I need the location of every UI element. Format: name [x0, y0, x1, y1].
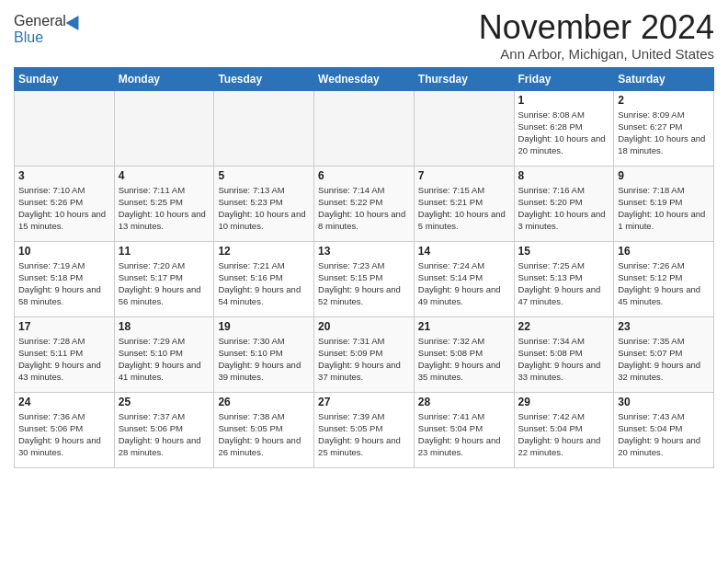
day-info: Sunrise: 7:10 AM Sunset: 5:26 PM Dayligh…	[18, 184, 110, 233]
title-section: November 2024 Ann Arbor, Michigan, Unite…	[479, 9, 714, 62]
calendar-day: 26Sunrise: 7:38 AM Sunset: 5:05 PM Dayli…	[214, 392, 314, 467]
calendar-week-2: 3Sunrise: 7:10 AM Sunset: 5:26 PM Daylig…	[15, 166, 714, 241]
calendar-day: 24Sunrise: 7:36 AM Sunset: 5:06 PM Dayli…	[15, 392, 115, 467]
day-info: Sunrise: 7:30 AM Sunset: 5:10 PM Dayligh…	[218, 335, 310, 384]
day-info: Sunrise: 7:16 AM Sunset: 5:20 PM Dayligh…	[518, 184, 610, 233]
day-info: Sunrise: 7:34 AM Sunset: 5:08 PM Dayligh…	[518, 335, 610, 384]
calendar-day: 5Sunrise: 7:13 AM Sunset: 5:23 PM Daylig…	[214, 166, 314, 241]
day-number: 26	[218, 396, 310, 408]
day-info: Sunrise: 7:20 AM Sunset: 5:17 PM Dayligh…	[119, 259, 210, 308]
logo: General Blue	[14, 13, 83, 46]
day-info: Sunrise: 8:09 AM Sunset: 6:27 PM Dayligh…	[618, 109, 710, 157]
calendar-day: 14Sunrise: 7:24 AM Sunset: 5:14 PM Dayli…	[414, 241, 514, 316]
calendar-day: 15Sunrise: 7:25 AM Sunset: 5:13 PM Dayli…	[514, 241, 614, 316]
logo-blue-text: Blue	[14, 29, 43, 46]
day-info: Sunrise: 7:42 AM Sunset: 5:04 PM Dayligh…	[518, 410, 610, 459]
day-number: 21	[418, 320, 510, 333]
calendar-day	[314, 90, 415, 166]
calendar-day: 21Sunrise: 7:32 AM Sunset: 5:08 PM Dayli…	[414, 316, 514, 392]
day-info: Sunrise: 7:31 AM Sunset: 5:09 PM Dayligh…	[318, 335, 410, 384]
day-number: 27	[318, 396, 410, 408]
calendar-day: 20Sunrise: 7:31 AM Sunset: 5:09 PM Dayli…	[314, 316, 415, 392]
weekday-header-sunday: Sunday	[15, 67, 115, 90]
weekday-header-monday: Monday	[114, 67, 214, 90]
calendar-day: 29Sunrise: 7:42 AM Sunset: 5:04 PM Dayli…	[514, 392, 614, 467]
weekday-header-thursday: Thursday	[414, 67, 514, 90]
day-info: Sunrise: 7:19 AM Sunset: 5:18 PM Dayligh…	[18, 259, 110, 308]
calendar-day	[214, 90, 314, 166]
day-number: 13	[318, 245, 410, 258]
day-number: 11	[119, 245, 210, 258]
day-number: 4	[119, 169, 210, 182]
calendar-day: 12Sunrise: 7:21 AM Sunset: 5:16 PM Dayli…	[214, 241, 314, 316]
weekday-header-friday: Friday	[514, 67, 614, 90]
day-info: Sunrise: 7:38 AM Sunset: 5:05 PM Dayligh…	[218, 410, 310, 459]
day-info: Sunrise: 7:37 AM Sunset: 5:06 PM Dayligh…	[119, 410, 210, 459]
day-info: Sunrise: 7:41 AM Sunset: 5:04 PM Dayligh…	[418, 410, 510, 459]
day-number: 25	[119, 396, 210, 408]
day-number: 18	[119, 320, 210, 333]
month-title: November 2024	[479, 9, 714, 46]
calendar-day	[114, 90, 214, 166]
day-number: 6	[318, 169, 410, 182]
day-number: 3	[18, 169, 110, 182]
calendar-day: 11Sunrise: 7:20 AM Sunset: 5:17 PM Dayli…	[114, 241, 214, 316]
day-info: Sunrise: 7:32 AM Sunset: 5:08 PM Dayligh…	[418, 335, 510, 384]
day-number: 7	[418, 169, 510, 182]
calendar-day: 1Sunrise: 8:08 AM Sunset: 6:28 PM Daylig…	[514, 90, 614, 166]
calendar-table: SundayMondayTuesdayWednesdayThursdayFrid…	[14, 67, 714, 468]
calendar-day: 23Sunrise: 7:35 AM Sunset: 5:07 PM Dayli…	[614, 316, 714, 392]
day-info: Sunrise: 7:39 AM Sunset: 5:05 PM Dayligh…	[318, 410, 410, 459]
day-info: Sunrise: 7:18 AM Sunset: 5:19 PM Dayligh…	[618, 184, 710, 233]
calendar-day: 7Sunrise: 7:15 AM Sunset: 5:21 PM Daylig…	[414, 166, 514, 241]
day-number: 15	[518, 245, 610, 258]
logo-triangle-icon	[65, 12, 85, 30]
day-info: Sunrise: 7:23 AM Sunset: 5:15 PM Dayligh…	[318, 259, 410, 308]
day-info: Sunrise: 7:25 AM Sunset: 5:13 PM Dayligh…	[518, 259, 610, 308]
day-info: Sunrise: 7:11 AM Sunset: 5:25 PM Dayligh…	[119, 184, 210, 233]
calendar-day: 9Sunrise: 7:18 AM Sunset: 5:19 PM Daylig…	[614, 166, 714, 241]
day-number: 20	[318, 320, 410, 333]
day-info: Sunrise: 7:24 AM Sunset: 5:14 PM Dayligh…	[418, 259, 510, 308]
day-number: 29	[518, 396, 610, 408]
calendar-week-5: 24Sunrise: 7:36 AM Sunset: 5:06 PM Dayli…	[15, 392, 714, 467]
weekday-header-saturday: Saturday	[614, 67, 714, 90]
calendar-day: 17Sunrise: 7:28 AM Sunset: 5:11 PM Dayli…	[15, 316, 115, 392]
logo-general-text: General	[14, 13, 66, 29]
day-number: 30	[618, 396, 710, 408]
page-header: General Blue November 2024 Ann Arbor, Mi…	[14, 9, 714, 62]
calendar-day: 22Sunrise: 7:34 AM Sunset: 5:08 PM Dayli…	[514, 316, 614, 392]
calendar-day	[414, 90, 514, 166]
day-number: 19	[218, 320, 310, 333]
calendar-day: 6Sunrise: 7:14 AM Sunset: 5:22 PM Daylig…	[314, 166, 415, 241]
calendar-day: 30Sunrise: 7:43 AM Sunset: 5:04 PM Dayli…	[614, 392, 714, 467]
day-number: 22	[518, 320, 610, 333]
day-number: 10	[18, 245, 110, 258]
day-info: Sunrise: 7:26 AM Sunset: 5:12 PM Dayligh…	[618, 259, 710, 308]
calendar-day: 10Sunrise: 7:19 AM Sunset: 5:18 PM Dayli…	[15, 241, 115, 316]
day-info: Sunrise: 7:36 AM Sunset: 5:06 PM Dayligh…	[18, 410, 110, 459]
day-info: Sunrise: 7:15 AM Sunset: 5:21 PM Dayligh…	[418, 184, 510, 233]
calendar-day: 19Sunrise: 7:30 AM Sunset: 5:10 PM Dayli…	[214, 316, 314, 392]
calendar-week-1: 1Sunrise: 8:08 AM Sunset: 6:28 PM Daylig…	[15, 90, 714, 166]
day-number: 9	[618, 169, 710, 182]
day-info: Sunrise: 7:13 AM Sunset: 5:23 PM Dayligh…	[218, 184, 310, 233]
day-number: 1	[518, 94, 610, 107]
calendar-day: 3Sunrise: 7:10 AM Sunset: 5:26 PM Daylig…	[15, 166, 115, 241]
calendar-day: 8Sunrise: 7:16 AM Sunset: 5:20 PM Daylig…	[514, 166, 614, 241]
calendar-week-4: 17Sunrise: 7:28 AM Sunset: 5:11 PM Dayli…	[15, 316, 714, 392]
calendar-day	[15, 90, 115, 166]
day-number: 24	[18, 396, 110, 408]
calendar-week-3: 10Sunrise: 7:19 AM Sunset: 5:18 PM Dayli…	[15, 241, 714, 316]
day-number: 28	[418, 396, 510, 408]
calendar-day: 13Sunrise: 7:23 AM Sunset: 5:15 PM Dayli…	[314, 241, 415, 316]
calendar-day: 25Sunrise: 7:37 AM Sunset: 5:06 PM Dayli…	[114, 392, 214, 467]
calendar-day: 2Sunrise: 8:09 AM Sunset: 6:27 PM Daylig…	[614, 90, 714, 166]
day-info: Sunrise: 7:29 AM Sunset: 5:10 PM Dayligh…	[119, 335, 210, 384]
calendar-day: 16Sunrise: 7:26 AM Sunset: 5:12 PM Dayli…	[614, 241, 714, 316]
day-info: Sunrise: 7:14 AM Sunset: 5:22 PM Dayligh…	[318, 184, 410, 233]
day-number: 23	[618, 320, 710, 333]
day-info: Sunrise: 8:08 AM Sunset: 6:28 PM Dayligh…	[518, 109, 610, 157]
weekday-header-wednesday: Wednesday	[314, 67, 415, 90]
day-info: Sunrise: 7:35 AM Sunset: 5:07 PM Dayligh…	[618, 335, 710, 384]
